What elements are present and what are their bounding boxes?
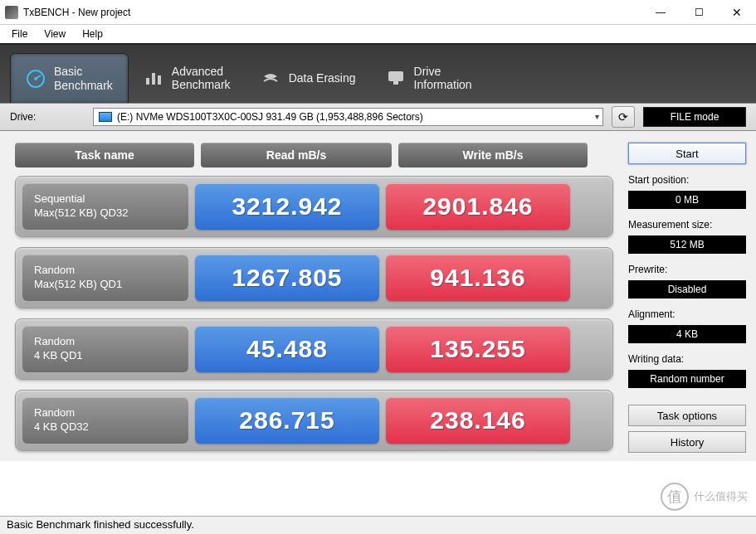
prewrite-value[interactable]: Disabled — [628, 280, 746, 299]
watermark-text: 什么值得买 — [694, 489, 748, 504]
window-title: TxBENCH - New project — [23, 7, 641, 18]
svg-rect-6 — [393, 81, 398, 85]
svg-rect-2 — [146, 78, 149, 85]
task-options-button[interactable]: Task options — [628, 405, 746, 426]
result-row: Random 4 KB QD1 45.488 135.255 — [15, 318, 613, 380]
tab-label: Basic Benchmark — [54, 65, 113, 91]
tab-label: Drive Information — [414, 65, 472, 91]
start-button[interactable]: Start — [628, 143, 746, 164]
task-name: Random — [34, 264, 177, 278]
menu-view[interactable]: View — [36, 27, 74, 41]
drive-label: Drive: — [10, 111, 85, 123]
result-row: Random 4 KB QD32 286.715 238.146 — [15, 390, 613, 451]
tab-label: Data Erasing — [289, 71, 356, 85]
measurement-size-value[interactable]: 512 MB — [628, 235, 746, 254]
menu-help[interactable]: Help — [74, 27, 111, 41]
task-sub: Max(512 KB) QD1 — [34, 278, 177, 292]
erase-icon — [261, 68, 280, 88]
disk-icon — [99, 112, 112, 122]
header-task: Task name — [15, 143, 194, 167]
minimize-button[interactable]: — — [641, 0, 680, 25]
status-text: Basic Benchmark finished successfully. — [7, 518, 194, 531]
write-value: 2901.846 — [386, 183, 570, 230]
svg-rect-5 — [388, 71, 403, 81]
task-sub: 4 KB QD1 — [34, 349, 177, 363]
tab-strip: Basic Benchmark Advanced Benchmark Data … — [0, 43, 756, 103]
result-row: Sequential Max(512 KB) QD32 3212.942 290… — [15, 176, 613, 237]
prewrite-label: Prewrite: — [628, 259, 746, 275]
drive-selected-text: (E:) NVMe WDS100T3X0C-00SJ 931.49 GB (1,… — [117, 111, 423, 123]
svg-point-1 — [34, 77, 37, 80]
content-area: Task name Read mB/s Write mB/s Sequentia… — [0, 131, 756, 461]
bars-icon — [144, 68, 163, 88]
writing-data-value[interactable]: Random number — [628, 370, 746, 388]
history-button[interactable]: History — [628, 431, 746, 453]
start-position-value[interactable]: 0 MB — [628, 191, 746, 209]
gauge-icon — [26, 69, 46, 89]
read-value: 3212.942 — [195, 183, 379, 230]
tab-basic-benchmark[interactable]: Basic Benchmark — [10, 53, 129, 103]
app-icon — [5, 6, 18, 19]
close-button[interactable]: ✕ — [718, 0, 756, 25]
watermark: 值 什么值得买 — [661, 483, 748, 511]
file-mode-button[interactable]: FILE mode — [643, 107, 746, 127]
tab-label: Advanced Benchmark — [172, 65, 231, 91]
task-cell: Random Max(512 KB) QD1 — [22, 255, 188, 301]
svg-rect-3 — [152, 73, 155, 85]
status-bar: Basic Benchmark finished successfully. — [0, 516, 756, 534]
write-value: 135.255 — [386, 326, 570, 372]
title-bar: TxBENCH - New project — ☐ ✕ — [0, 0, 756, 25]
tab-advanced-benchmark[interactable]: Advanced Benchmark — [129, 53, 246, 103]
read-value: 286.715 — [195, 397, 379, 444]
write-value: 941.136 — [386, 255, 570, 301]
chevron-down-icon: ▾ — [595, 112, 599, 121]
sidebar: Start Start position: 0 MB Measurement s… — [628, 143, 746, 461]
drive-icon — [386, 68, 406, 88]
header-read: Read mB/s — [201, 143, 392, 167]
refresh-icon: ⟳ — [618, 110, 628, 124]
result-row: Random Max(512 KB) QD1 1267.805 941.136 — [15, 247, 613, 308]
maximize-button[interactable]: ☐ — [680, 0, 718, 25]
results-header: Task name Read mB/s Write mB/s — [15, 143, 613, 167]
task-cell: Random 4 KB QD32 — [22, 397, 188, 444]
task-name: Random — [34, 406, 177, 420]
refresh-button[interactable]: ⟳ — [612, 106, 635, 128]
alignment-value[interactable]: 4 KB — [628, 325, 746, 343]
tab-drive-information[interactable]: Drive Information — [371, 53, 487, 103]
tab-data-erasing[interactable]: Data Erasing — [246, 53, 371, 103]
writing-data-label: Writing data: — [628, 348, 746, 365]
task-name: Sequential — [34, 192, 177, 206]
alignment-label: Alignment: — [628, 303, 746, 320]
write-value: 238.146 — [386, 397, 570, 444]
drive-select[interactable]: (E:) NVMe WDS100T3X0C-00SJ 931.49 GB (1,… — [93, 108, 603, 126]
measurement-size-label: Measurement size: — [628, 214, 746, 231]
menu-file[interactable]: File — [3, 27, 36, 41]
svg-rect-4 — [158, 75, 161, 85]
watermark-logo-icon: 值 — [661, 483, 689, 511]
read-value: 1267.805 — [195, 255, 379, 301]
task-name: Random — [34, 335, 177, 349]
read-value: 45.488 — [195, 326, 379, 372]
task-sub: 4 KB QD32 — [34, 420, 177, 434]
task-sub: Max(512 KB) QD32 — [34, 206, 177, 221]
menu-bar: File View Help — [0, 25, 756, 43]
start-position-label: Start position: — [628, 169, 746, 186]
drive-row: Drive: (E:) NVMe WDS100T3X0C-00SJ 931.49… — [0, 103, 756, 131]
task-cell: Sequential Max(512 KB) QD32 — [22, 183, 188, 230]
results-panel: Task name Read mB/s Write mB/s Sequentia… — [15, 143, 613, 461]
task-cell: Random 4 KB QD1 — [22, 326, 188, 372]
header-write: Write mB/s — [398, 143, 588, 167]
